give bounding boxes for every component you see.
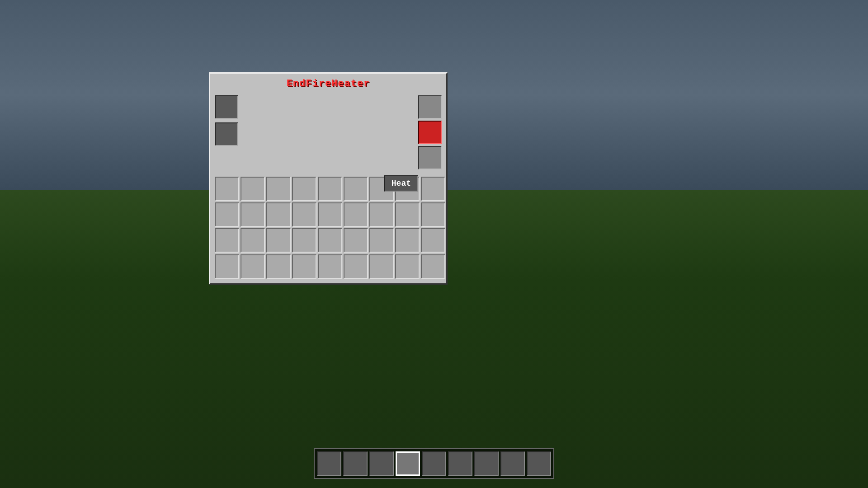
inv-slot-2-5[interactable] (344, 228, 368, 253)
inv-slot-2-3[interactable] (292, 228, 316, 253)
inv-slot-2-6[interactable] (369, 228, 394, 253)
hotbar-slot-4[interactable] (422, 451, 446, 476)
inv-slot-0-4[interactable] (318, 177, 342, 201)
inv-slot-0-0[interactable] (215, 177, 239, 201)
inventory-grid-row3 (215, 228, 442, 253)
hotbar-inv-slot-2[interactable] (266, 254, 291, 279)
inv-slot-2-1[interactable] (241, 228, 265, 253)
inv-slot-2-0[interactable] (215, 228, 239, 253)
inv-slot-1-5[interactable] (344, 202, 368, 227)
inv-slot-1-4[interactable] (318, 202, 342, 227)
hotbar-inv-slot-7[interactable] (395, 254, 420, 279)
hotbar-slot-1[interactable] (343, 451, 368, 476)
inv-slot-1-7[interactable] (395, 202, 420, 227)
hotbar-slot-5[interactable] (448, 451, 472, 476)
hotbar-inv-slot-0[interactable] (215, 254, 239, 279)
dialog-content: Heat (210, 93, 446, 283)
inv-slot-2-8[interactable] (421, 228, 445, 253)
output-slot-2[interactable] (418, 146, 442, 169)
input-slots (215, 95, 238, 146)
inv-slot-2-4[interactable] (318, 228, 342, 253)
hotbar-inv-slot-4[interactable] (318, 254, 342, 279)
inv-slot-0-5[interactable] (344, 177, 368, 201)
heat-tooltip-label: Heat (392, 179, 411, 188)
hotbar-inv-slot-5[interactable] (344, 254, 368, 279)
inv-slot-1-8[interactable] (421, 202, 445, 227)
inv-slot-1-1[interactable] (241, 202, 265, 227)
heat-indicator-slot[interactable] (418, 121, 442, 144)
inventory-section (215, 177, 442, 279)
top-section (215, 93, 442, 172)
hotbar-slot-8[interactable] (527, 451, 551, 476)
inv-slot-0-8[interactable] (421, 177, 445, 201)
hotbar-slot-2[interactable] (369, 451, 394, 476)
inv-slot-2-2[interactable] (266, 228, 291, 253)
hotbar-inv-slot-1[interactable] (241, 254, 265, 279)
output-slot-1[interactable] (418, 95, 442, 119)
output-slots (418, 95, 442, 169)
inv-slot-0-1[interactable] (241, 177, 265, 201)
hotbar-inv-slot-8[interactable] (421, 254, 445, 279)
center-area (243, 93, 414, 170)
inventory-dialog: EndFireHeater Heat (209, 72, 448, 285)
inv-slot-1-2[interactable] (266, 202, 291, 227)
inv-slot-1-6[interactable] (369, 202, 394, 227)
inv-slot-1-0[interactable] (215, 202, 239, 227)
inv-slot-0-2[interactable] (266, 177, 291, 201)
hotbar-slot-3[interactable] (396, 451, 420, 476)
hotbar (314, 448, 554, 479)
inv-slot-0-3[interactable] (292, 177, 316, 201)
heat-tooltip: Heat (384, 175, 418, 192)
hotbar-slot-0[interactable] (317, 451, 341, 476)
input-slot-1[interactable] (215, 95, 238, 119)
hotbar-slot-6[interactable] (474, 451, 499, 476)
hotbar-inventory-row (215, 254, 442, 279)
hotbar-slot-7[interactable] (500, 451, 525, 476)
inv-slot-2-7[interactable] (395, 228, 420, 253)
input-slot-2[interactable] (215, 122, 238, 146)
dialog-title: EndFireHeater (210, 74, 446, 93)
hotbar-inv-slot-3[interactable] (292, 254, 316, 279)
hotbar-inv-slot-6[interactable] (369, 254, 394, 279)
inventory-grid-row2 (215, 202, 442, 227)
inv-slot-1-3[interactable] (292, 202, 316, 227)
